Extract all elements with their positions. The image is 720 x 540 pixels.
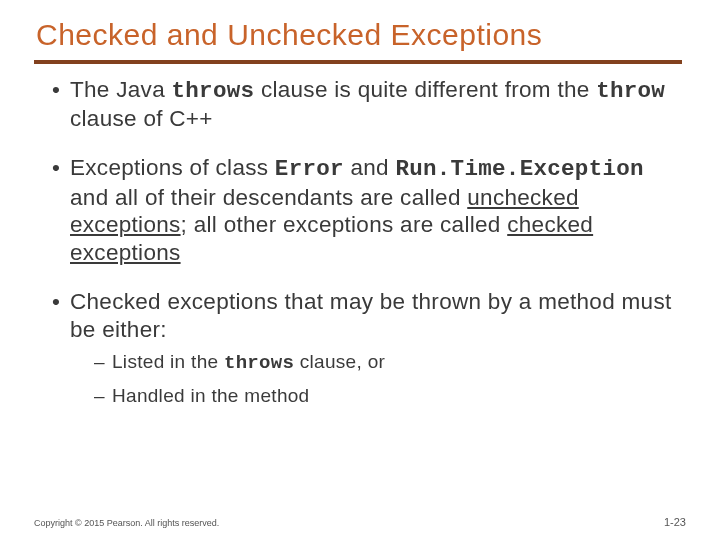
bullet-list: The Java throws clause is quite differen…	[34, 76, 686, 409]
code-throws: throws	[224, 352, 294, 374]
text: ; all other exceptions are called	[181, 212, 508, 237]
text: Handled in the method	[112, 385, 310, 406]
text: Exceptions of class	[70, 155, 275, 180]
text: and	[344, 155, 396, 180]
slide: Checked and Unchecked Exceptions The Jav…	[0, 0, 720, 540]
bullet-2: Exceptions of class Error and Run.Time.E…	[52, 154, 680, 266]
text: clause, or	[294, 351, 385, 372]
footer: Copyright © 2015 Pearson. All rights res…	[34, 516, 686, 528]
bullet-3: Checked exceptions that may be thrown by…	[52, 288, 680, 408]
text: clause of C++	[70, 106, 213, 131]
text: Checked exceptions that may be thrown by…	[70, 289, 672, 341]
code-throws: throws	[172, 78, 255, 104]
sub-bullet-list: Listed in the throws clause, or Handled …	[70, 349, 680, 408]
sub-bullet-2: Handled in the method	[94, 383, 680, 409]
text: and all of their descendants are called	[70, 185, 467, 210]
bullet-1: The Java throws clause is quite differen…	[52, 76, 680, 133]
slide-title: Checked and Unchecked Exceptions	[36, 18, 686, 52]
page-number: 1-23	[664, 516, 686, 528]
sub-bullet-1: Listed in the throws clause, or	[94, 349, 680, 377]
text: The Java	[70, 77, 172, 102]
title-underline	[34, 60, 682, 64]
text: clause is quite different from the	[254, 77, 596, 102]
text: Listed in the	[112, 351, 224, 372]
code-runtimeexception: Run.Time.Exception	[395, 156, 643, 182]
code-error: Error	[275, 156, 344, 182]
copyright-text: Copyright © 2015 Pearson. All rights res…	[34, 518, 219, 528]
code-throw: throw	[596, 78, 665, 104]
